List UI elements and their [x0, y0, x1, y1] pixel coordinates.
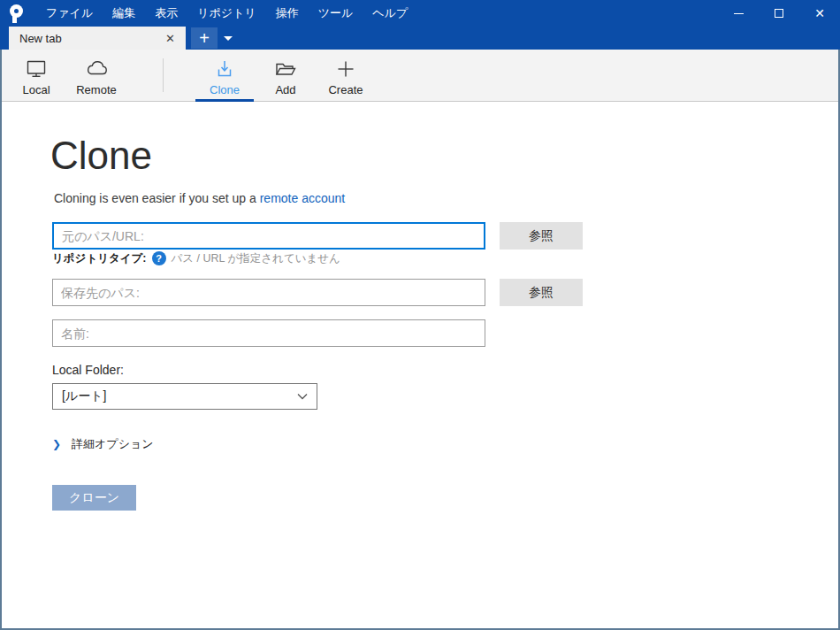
download-icon	[213, 57, 236, 81]
maximize-icon	[775, 9, 783, 18]
clone-page: Clone Cloning is even easier if you set …	[2, 102, 838, 628]
advanced-options-label: 詳細オプション	[72, 436, 154, 452]
plus-icon: +	[199, 29, 210, 47]
browse-source-button[interactable]: 参照	[500, 222, 583, 250]
titlebar: ファイル 編集 表示 リポジトリ 操作 ツール ヘルプ ✕	[0, 0, 840, 27]
minimize-button[interactable]	[718, 0, 759, 27]
page-title: Clone	[50, 134, 152, 178]
toolbar-item-label: Local	[22, 83, 50, 96]
menubar: ファイル 編集 表示 リポジトリ 操作 ツール ヘルプ	[36, 0, 417, 27]
source-path-input[interactable]	[52, 222, 485, 250]
toolbar-item-create[interactable]: Create	[314, 50, 378, 101]
tab-title: New tab	[19, 32, 162, 45]
repo-type-row: リポジトリタイプ: ? パス / URL が指定されていません	[52, 250, 340, 266]
help-icon[interactable]: ?	[152, 251, 166, 265]
chevron-down-icon	[297, 393, 308, 400]
local-folder-label: Local Folder:	[52, 363, 124, 377]
tab-list-dropdown-button[interactable]	[218, 27, 239, 49]
menu-view[interactable]: 表示	[145, 0, 187, 27]
menu-tools[interactable]: ツール	[309, 0, 363, 27]
menu-actions[interactable]: 操作	[266, 0, 309, 27]
menu-file[interactable]: ファイル	[36, 0, 103, 27]
local-folder-value: [ルート]	[62, 388, 297, 404]
toolbar-item-clone[interactable]: Clone	[195, 50, 254, 101]
sourcetree-logo-icon	[8, 3, 27, 24]
plus-icon	[334, 57, 357, 81]
close-icon: ✕	[814, 7, 825, 19]
remote-account-link[interactable]: remote account	[260, 191, 346, 205]
menu-help[interactable]: ヘルプ	[363, 0, 417, 27]
new-tab-button[interactable]: +	[191, 27, 218, 49]
menu-edit[interactable]: 編集	[103, 0, 145, 27]
toolbar-item-label: Clone	[210, 83, 240, 96]
tab-new-tab[interactable]: New tab ✕	[9, 27, 186, 50]
repo-type-label: リポジトリタイプ:	[52, 251, 147, 266]
toolbar-item-label: Add	[275, 83, 295, 96]
minimize-icon	[734, 13, 744, 14]
subtitle: Cloning is even easier if you set up a r…	[54, 191, 345, 205]
toolbar-item-label: Create	[328, 83, 363, 96]
repo-type-message: パス / URL が指定されていません	[172, 251, 340, 266]
chevron-right-icon: ❯	[52, 438, 61, 450]
browse-destination-button[interactable]: 参照	[500, 279, 583, 306]
tab-bar: New tab ✕ +	[0, 27, 840, 50]
toolbar: Local Remote Clone	[2, 50, 838, 102]
cloud-icon	[84, 57, 109, 81]
advanced-options-toggle[interactable]: ❯ 詳細オプション	[52, 436, 154, 452]
clone-button[interactable]: クローン	[52, 485, 136, 511]
toolbar-item-label: Remote	[76, 83, 117, 96]
name-input[interactable]	[52, 319, 485, 347]
maximize-button[interactable]	[759, 0, 799, 27]
open-folder-icon	[273, 57, 298, 81]
menu-repository[interactable]: リポジトリ	[187, 0, 266, 27]
close-button[interactable]: ✕	[799, 0, 840, 27]
monitor-icon	[25, 57, 48, 81]
chevron-down-icon	[224, 36, 233, 41]
toolbar-item-add[interactable]: Add	[257, 50, 314, 101]
toolbar-item-local[interactable]: Local	[9, 50, 64, 101]
tab-close-icon[interactable]: ✕	[162, 32, 179, 45]
subtitle-text: Cloning is even easier if you set up a	[54, 191, 260, 205]
toolbar-item-remote[interactable]: Remote	[64, 50, 129, 101]
local-folder-select[interactable]: [ルート]	[52, 383, 317, 410]
window-controls: ✕	[718, 0, 840, 27]
app-window: ファイル 編集 表示 リポジトリ 操作 ツール ヘルプ ✕ New tab ✕	[0, 0, 840, 630]
destination-path-input[interactable]	[52, 279, 485, 306]
